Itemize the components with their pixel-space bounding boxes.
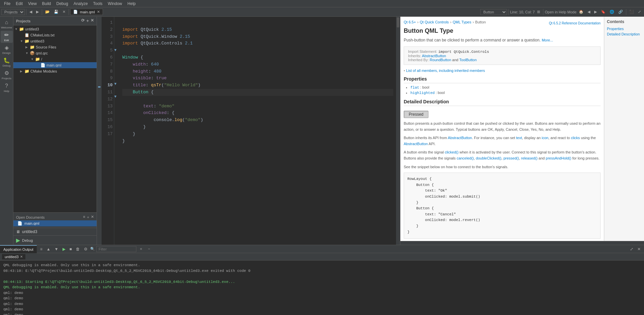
abstractbutton-link[interactable]: AbstractButton bbox=[448, 136, 472, 140]
fold-marker-5[interactable]: ▼ bbox=[114, 47, 120, 53]
fullscreen-btn[interactable]: ⤢ bbox=[636, 9, 643, 15]
tree-item-slash[interactable]: ▼ 📁 / bbox=[13, 56, 97, 62]
sidebar-edit[interactable]: ✏ Edit bbox=[1, 31, 13, 43]
output-more-btn[interactable]: ⚙ bbox=[83, 246, 89, 252]
output-remove-btn[interactable]: － bbox=[146, 245, 152, 252]
output-subtab-untitled3[interactable]: untitled3 ✕ bbox=[2, 254, 25, 259]
roundbutton-link[interactable]: RoundButton bbox=[430, 58, 451, 62]
contents-properties[interactable]: Properties bbox=[607, 27, 641, 31]
code-line-9: title: qsTr("Hello World") bbox=[122, 83, 201, 88]
help-fwd-btn[interactable]: ▶ bbox=[593, 9, 599, 15]
sidebar-welcome[interactable]: ⌂ Welcome bbox=[1, 18, 13, 30]
sidebar-help[interactable]: ? Help bbox=[1, 82, 13, 94]
output-settings-btn[interactable]: ≡ bbox=[39, 246, 44, 252]
forward-btn[interactable]: ▶ bbox=[34, 9, 40, 15]
close-btn[interactable]: ✕ bbox=[61, 9, 67, 15]
open-docs-item-main-qml[interactable]: 📄 main.qml bbox=[13, 220, 97, 226]
tree-item-cmake-modules[interactable]: ▶ 📁 CMake Modules bbox=[13, 68, 97, 74]
canceled-link[interactable]: canceled() bbox=[457, 156, 474, 160]
contents-detailed[interactable]: Detailed Description bbox=[607, 32, 641, 36]
inherits-link[interactable]: AbstractButton bbox=[422, 54, 446, 58]
menu-edit[interactable]: Edit bbox=[13, 1, 25, 6]
output-float-btn[interactable]: ⤢ bbox=[629, 246, 635, 252]
output-stop-btn[interactable]: ■ bbox=[68, 246, 73, 252]
breadcrumb-qmltypes[interactable]: QML Types bbox=[453, 20, 472, 24]
sidebar-debug[interactable]: 🐛 Debug bbox=[1, 56, 13, 68]
pressed-link[interactable]: pressed() bbox=[503, 156, 519, 160]
menu-help[interactable]: Help bbox=[125, 1, 138, 6]
released-link[interactable]: released() bbox=[521, 156, 538, 160]
doubleclicked-link[interactable]: doubleClicked() bbox=[476, 156, 501, 160]
fold-marker-12[interactable]: ▼ bbox=[114, 94, 120, 100]
file-tab-toolbar[interactable]: 📄 main.qml ✕ bbox=[70, 9, 103, 15]
tree-item-untitled3-root[interactable]: ▼ 📁 untitled3 bbox=[13, 26, 97, 32]
tree-item-qmlqrc[interactable]: ▼ 📦 qml.qrc bbox=[13, 50, 97, 56]
breadcrumb-qt[interactable]: Qt 6.5+ bbox=[404, 20, 416, 24]
help-bookmark-btn[interactable]: 🔖 bbox=[599, 9, 607, 15]
fold-marker-10[interactable]: ▼ bbox=[114, 81, 120, 87]
output-content[interactable]: QML debugging is enabled. Only use this … bbox=[0, 260, 644, 315]
location-btn[interactable]: ⊞ bbox=[535, 9, 542, 15]
open-docs-icon2[interactable]: ＋ bbox=[86, 215, 90, 220]
icon-link[interactable]: icon bbox=[542, 136, 548, 140]
output-add-btn[interactable]: ＋ bbox=[138, 245, 144, 252]
tree-item-main-qml[interactable]: ▶ 📄 main.qml bbox=[13, 62, 97, 68]
project-selector[interactable]: Projects bbox=[1, 9, 25, 15]
text-link[interactable]: text bbox=[516, 136, 522, 140]
output-up-btn[interactable]: ▲ bbox=[45, 246, 52, 252]
menu-window[interactable]: Window bbox=[105, 1, 125, 6]
pressed-demo-button[interactable]: Pressed bbox=[404, 111, 428, 118]
more-link[interactable]: More... bbox=[542, 38, 553, 42]
code-content[interactable]: import QtQuick 2.15 import QtQuick.Windo… bbox=[120, 17, 396, 245]
open-docs-icon1[interactable]: ≡ bbox=[83, 215, 85, 220]
output-collapse-btn[interactable]: ✕ bbox=[636, 246, 642, 252]
debug-play-btn[interactable]: ▶ bbox=[16, 237, 20, 243]
help-link-btn[interactable]: 🔗 bbox=[617, 9, 625, 15]
menu-debug[interactable]: Debug bbox=[54, 1, 71, 6]
menu-analyze[interactable]: Analyze bbox=[71, 1, 91, 6]
menu-build[interactable]: Build bbox=[39, 1, 54, 6]
menu-file[interactable]: File bbox=[1, 1, 13, 6]
output-run-btn[interactable]: ▶ bbox=[61, 246, 67, 252]
menu-tools[interactable]: Tools bbox=[91, 1, 105, 6]
line-num-16: 16 bbox=[104, 124, 113, 131]
open-docs-icon3[interactable]: ✕ bbox=[91, 215, 94, 220]
clicks-link[interactable]: clicks bbox=[571, 136, 580, 140]
help-panel: Qt 6.5+ › Qt Quick Controls › QML Types … bbox=[400, 17, 644, 245]
abstractbutton-api-link[interactable]: AbstractButton bbox=[404, 142, 428, 146]
back-btn[interactable]: ◀ bbox=[28, 9, 34, 15]
split-btn[interactable]: ⬛ bbox=[628, 9, 636, 15]
pressandhold-link[interactable]: pressAndHold() bbox=[546, 156, 571, 160]
output-clear-btn[interactable]: 🗑 bbox=[75, 246, 81, 252]
tree-item-untitled3-sub[interactable]: ▼ 📁 untitled3 bbox=[13, 38, 97, 44]
panel-close-icon[interactable]: ✕ bbox=[91, 18, 94, 24]
panel-sync-icon[interactable]: ⟳ bbox=[81, 18, 85, 24]
output-subtab-close[interactable]: ✕ bbox=[20, 255, 23, 258]
help-back-btn[interactable]: ◀ bbox=[586, 9, 592, 15]
clicked-link[interactable]: clicked() bbox=[445, 150, 459, 154]
panel-add-icon[interactable]: ＋ bbox=[86, 18, 90, 24]
toolbutton-link[interactable]: ToolButton bbox=[459, 58, 477, 62]
breadcrumb-controls[interactable]: Qt Quick Controls bbox=[420, 20, 449, 24]
sidebar-projects[interactable]: ⚙ Projects bbox=[1, 69, 13, 81]
help-browser-btn[interactable]: 🌐 bbox=[608, 9, 616, 15]
qt-ref-doc-link[interactable]: Qt 6.5.2 Reference Documentation bbox=[549, 21, 601, 25]
output-down-btn[interactable]: ▼ bbox=[53, 246, 60, 252]
tab-application-output[interactable]: Application Output bbox=[0, 245, 37, 253]
scrollbar-thumb[interactable] bbox=[397, 17, 399, 27]
editor-vscrollbar[interactable] bbox=[396, 17, 400, 245]
help-hscrollbar[interactable] bbox=[400, 241, 644, 245]
tree-item-source-files[interactable]: ▶ 📁 Source Files bbox=[13, 44, 97, 50]
help-scrollable[interactable]: Qt 6.5+ › Qt Quick Controls › QML Types … bbox=[400, 17, 604, 241]
menu-view[interactable]: View bbox=[25, 1, 39, 6]
open-btn[interactable]: 📂 bbox=[43, 9, 51, 15]
save-btn[interactable]: 💾 bbox=[52, 9, 60, 15]
run-selector[interactable]: Button bbox=[480, 9, 507, 15]
output-subtab-label: untitled3 bbox=[5, 255, 19, 259]
file-tab-close[interactable]: ✕ bbox=[97, 10, 100, 14]
all-members-link[interactable]: List of all members, including inherited… bbox=[406, 69, 485, 73]
filter-input[interactable] bbox=[96, 246, 136, 252]
help-home-btn[interactable]: 🏠 bbox=[577, 9, 585, 15]
sidebar-design[interactable]: ◈ Design bbox=[1, 43, 13, 56]
tree-item-cmakelists[interactable]: ▶ 📋 CMakeLists.txt bbox=[13, 32, 97, 38]
